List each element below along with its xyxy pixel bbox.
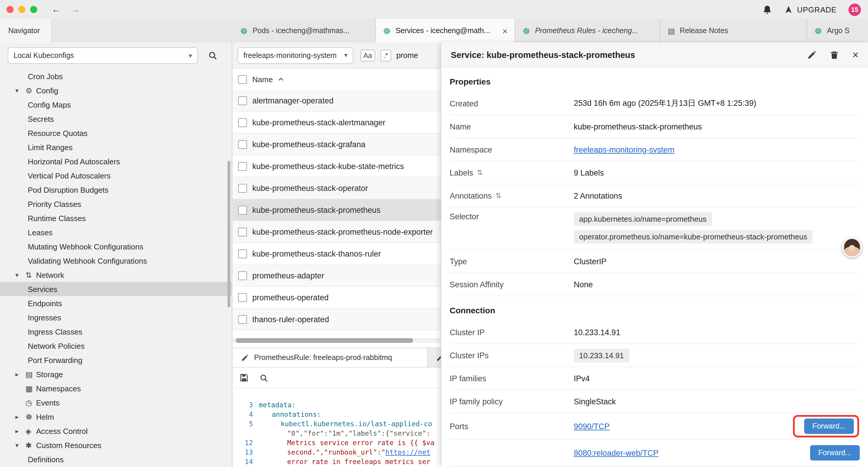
tree-item[interactable]: Horizontal Pod Autoscalers: [0, 154, 231, 169]
tree-item[interactable]: Access Control: [0, 424, 231, 438]
forward-button[interactable]: →: [70, 5, 80, 14]
tree-item[interactable]: Namespaces: [0, 381, 231, 396]
row-checkbox[interactable]: [238, 249, 247, 258]
down-icon[interactable]: [16, 441, 25, 449]
url-link[interactable]: https://net: [385, 448, 430, 456]
tree-item[interactable]: Network: [0, 268, 231, 282]
line-number: 3: [233, 400, 259, 410]
tab[interactable]: Release Notes: [660, 19, 807, 42]
row-checkbox[interactable]: [238, 183, 247, 193]
tree-item-label: Network Policies: [28, 341, 85, 350]
tree-item[interactable]: Priority Classes: [0, 197, 231, 211]
namespace-filter-select[interactable]: freeleaps-monitoring-system: [238, 47, 353, 63]
name-column-header[interactable]: Name: [252, 75, 273, 84]
cluster-tabs: Pods - icecheng@mathmas... Services - ic…: [233, 19, 868, 42]
tree-item[interactable]: Config Maps: [0, 97, 231, 112]
notifications-bell-icon[interactable]: [762, 4, 772, 14]
right-icon[interactable]: [16, 427, 25, 435]
dock-tab-prometheusrule[interactable]: PrometheusRule: freeleaps-prod-rabbitmq: [233, 348, 428, 367]
tree-item[interactable]: Storage: [0, 367, 231, 381]
tab[interactable]: Prometheus Rules - icecheng...: [515, 19, 660, 42]
labels-count: 9 Labels: [574, 168, 604, 177]
tab[interactable]: Argo S: [807, 19, 868, 42]
back-button[interactable]: ←: [52, 5, 61, 14]
tree-item[interactable]: Limit Ranges: [0, 140, 231, 154]
tree-item[interactable]: Config: [0, 83, 231, 97]
sidebar-scrollbar[interactable]: [227, 161, 230, 308]
line-number: 14: [233, 457, 259, 466]
tree-item[interactable]: Endpoints: [0, 296, 231, 310]
tree-item[interactable]: Mutating Webhook Configurations: [0, 239, 231, 254]
regex-toggle[interactable]: .*: [380, 49, 391, 61]
connection-section-heading: Connection: [450, 296, 860, 321]
kubeconfig-source-select[interactable]: Local Kubeconfigs: [8, 47, 198, 64]
row-checkbox[interactable]: [238, 162, 247, 171]
minimize-window-button[interactable]: [18, 6, 25, 13]
unfold-icon[interactable]: [477, 169, 483, 177]
tree-item[interactable]: Helm: [0, 410, 231, 424]
tree-item[interactable]: Runtime Classes: [0, 211, 231, 225]
tree-item[interactable]: Ingresses: [0, 310, 231, 324]
tree-item[interactable]: Leases: [0, 225, 231, 239]
unfold-icon[interactable]: [495, 192, 501, 200]
tree-item[interactable]: Validating Webhook Configurations: [0, 254, 231, 268]
tree-item[interactable]: Resource Quotas: [0, 126, 231, 140]
navigator-panel-title: Navigator: [0, 19, 52, 42]
tree-item[interactable]: Events: [0, 396, 231, 410]
namespace-link[interactable]: freeleaps-monitoring-system: [574, 145, 675, 154]
notification-count-badge[interactable]: 15: [848, 3, 861, 16]
tree-item[interactable]: Vertical Pod Autoscalers: [0, 169, 231, 183]
down-icon[interactable]: [16, 87, 25, 94]
tree-item[interactable]: Cron Jobs: [0, 69, 231, 83]
right-icon[interactable]: [16, 413, 25, 420]
ip-families-value: IPv4: [574, 374, 590, 383]
kubernetes-icon: [814, 26, 822, 35]
row-checkbox[interactable]: [238, 205, 247, 214]
row-checkbox[interactable]: [238, 118, 247, 127]
tab[interactable]: Pods - icecheng@mathmas...: [233, 19, 376, 42]
ip-family-policy-value: SingleStack: [574, 397, 616, 406]
row-checkbox[interactable]: [238, 227, 247, 236]
row-checkbox[interactable]: [238, 293, 247, 302]
delete-trash-icon[interactable]: [830, 50, 839, 59]
tree-item[interactable]: Definitions: [0, 452, 231, 466]
row-checkbox[interactable]: [238, 271, 247, 280]
tree-item[interactable]: Custom Resources: [0, 438, 231, 452]
row-checkbox[interactable]: [238, 140, 247, 149]
edit-pencil-icon[interactable]: [807, 50, 817, 59]
tree-item[interactable]: Network Policies: [0, 339, 231, 353]
save-icon[interactable]: [239, 373, 249, 382]
down-icon[interactable]: [16, 271, 25, 279]
horizontal-scrollbar-thumb[interactable]: [236, 338, 413, 343]
tab[interactable]: Services - icecheng@math...: [376, 19, 515, 42]
service-name: thanos-ruler-operated: [252, 315, 329, 324]
search-icon[interactable]: [208, 51, 217, 60]
row-checkbox[interactable]: [238, 315, 247, 324]
match-case-toggle[interactable]: Aa: [361, 49, 375, 61]
user-avatar[interactable]: [842, 238, 862, 258]
search-input[interactable]: prome: [396, 51, 418, 60]
sort-ascending-icon[interactable]: [277, 76, 284, 83]
select-all-checkbox[interactable]: [238, 75, 247, 84]
upgrade-button[interactable]: UPGRADE: [784, 5, 837, 14]
maximize-window-button[interactable]: [30, 6, 37, 13]
tree-item[interactable]: Secrets: [0, 112, 231, 126]
service-name: kube-prometheus-stack-operator: [252, 183, 368, 193]
close-tab-icon[interactable]: [502, 26, 507, 35]
tree-item[interactable]: Pod Disruption Budgets: [0, 183, 231, 197]
port-link[interactable]: 8080:reloader-web/TCP: [574, 448, 658, 457]
port-row: Ports 9090/TCP Forward...: [450, 413, 860, 440]
close-window-button[interactable]: [6, 6, 13, 13]
tree-item[interactable]: Port Forwarding: [0, 353, 231, 367]
search-icon[interactable]: [259, 373, 268, 382]
tree-item[interactable]: Ingress Classes: [0, 324, 231, 339]
right-icon[interactable]: [16, 370, 25, 378]
cluster-ips-badge: 10.233.14.91: [574, 348, 629, 362]
forward-port-button[interactable]: Forward...: [810, 445, 860, 461]
close-icon[interactable]: [852, 49, 859, 60]
tree-item[interactable]: Services: [0, 282, 231, 296]
row-checkbox[interactable]: [238, 96, 247, 105]
tree-item-label: Definitions: [28, 455, 64, 464]
forward-port-button[interactable]: Forward...: [804, 418, 854, 434]
port-link[interactable]: 9090/TCP: [574, 422, 610, 431]
